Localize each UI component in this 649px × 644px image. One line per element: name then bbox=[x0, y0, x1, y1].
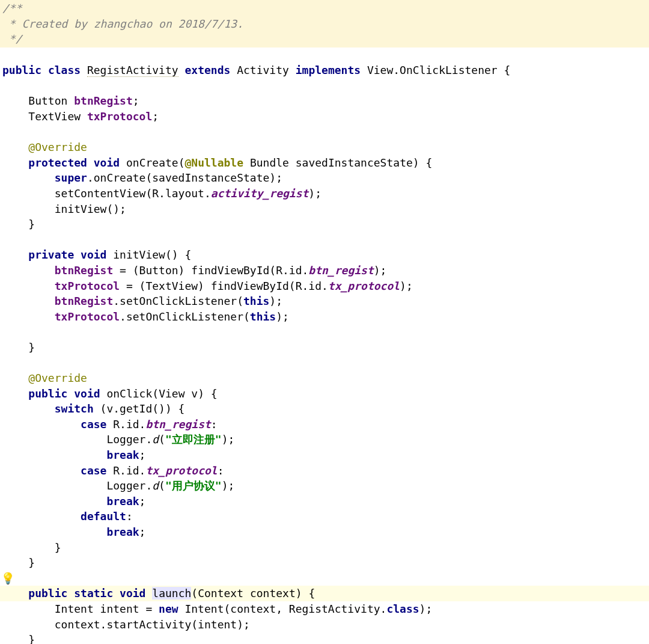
annotation-override: @Override bbox=[0, 370, 649, 386]
default-case: default: bbox=[0, 509, 649, 524]
annotation-override: @Override bbox=[0, 140, 649, 155]
class-name: RegistActivity bbox=[87, 64, 178, 77]
lightbulb-icon[interactable]: 💡 bbox=[1, 571, 14, 586]
switch-close: } bbox=[0, 540, 649, 556]
blank-line: 💡 bbox=[0, 571, 649, 586]
blank-line bbox=[0, 48, 649, 63]
onCreate-super: super.onCreate(savedInstanceState); bbox=[0, 170, 649, 186]
doc-comment: /** * Created by zhangchao on 2018/7/13.… bbox=[0, 0, 649, 48]
initView-sig: private void initView() { bbox=[0, 247, 649, 263]
case-btn: case R.id.btn_regist: bbox=[0, 417, 649, 432]
onCreate-close: } bbox=[0, 216, 649, 232]
onCreate-sig: protected void onCreate(@Nullable Bundle… bbox=[0, 155, 649, 171]
field-txt: TextView txProtocol; bbox=[0, 109, 649, 124]
initView-tx: txProtocol = (TextView) findViewById(R.i… bbox=[0, 278, 649, 294]
case-tx-logger: Logger.d("用户协议"); bbox=[0, 478, 649, 494]
launch-sig: public static void launch(Context contex… bbox=[0, 586, 649, 601]
blank-line bbox=[0, 78, 649, 94]
onCreate-initview: initView(); bbox=[0, 201, 649, 217]
initView-tx-listener: txProtocol.setOnClickListener(this); bbox=[0, 309, 649, 325]
class-declaration: public class RegistActivity extends Acti… bbox=[0, 63, 649, 78]
initView-btn: btnRegist = (Button) findViewById(R.id.b… bbox=[0, 263, 649, 278]
default-break: break; bbox=[0, 524, 649, 540]
field-btn: Button btnRegist; bbox=[0, 93, 649, 109]
case-tx: case R.id.tx_protocol: bbox=[0, 463, 649, 479]
onClick-close: } bbox=[0, 555, 649, 571]
onCreate-setContent: setContentView(R.layout.activity_regist)… bbox=[0, 186, 649, 201]
blank-line bbox=[0, 124, 649, 140]
case-tx-break: break; bbox=[0, 494, 649, 509]
blank-line bbox=[0, 355, 649, 371]
launch-start: context.startActivity(intent); bbox=[0, 617, 649, 633]
selection: launch bbox=[152, 587, 191, 600]
initView-close: } bbox=[0, 340, 649, 355]
comment-line-2: * Created by zhangchao on 2018/7/13. bbox=[2, 17, 243, 30]
launch-close: } bbox=[0, 632, 649, 644]
case-btn-break: break; bbox=[0, 447, 649, 463]
onClick-sig: public void onClick(View v) { bbox=[0, 386, 649, 402]
comment-line-3: */ bbox=[2, 32, 22, 45]
blank-line bbox=[0, 324, 649, 340]
launch-intent: Intent intent = new Intent(context, Regi… bbox=[0, 601, 649, 617]
onClick-switch: switch (v.getId()) { bbox=[0, 401, 649, 417]
comment-line-1: /** bbox=[2, 2, 22, 14]
case-btn-logger: Logger.d("立即注册"); bbox=[0, 432, 649, 447]
initView-btn-listener: btnRegist.setOnClickListener(this); bbox=[0, 293, 649, 309]
code-editor[interactable]: /** * Created by zhangchao on 2018/7/13.… bbox=[0, 0, 649, 644]
blank-line bbox=[0, 232, 649, 248]
